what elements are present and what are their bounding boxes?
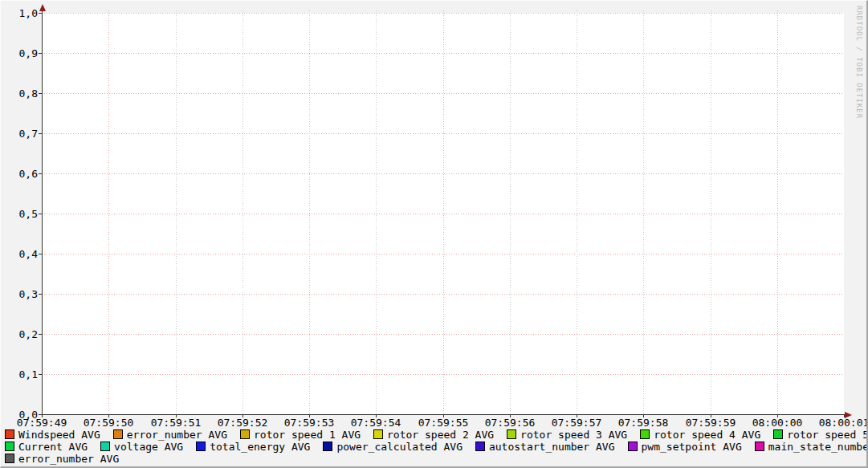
legend-item: Current AVG [5, 441, 88, 453]
legend-item: pwm_setpoint AVG [628, 441, 742, 453]
y-axis-label: 0,8 [1, 87, 38, 100]
legend-label: autostart_number AVG [489, 441, 615, 453]
legend-item: rotor speed 1 AVG [240, 429, 361, 441]
legend-item: main_state_number AVG [755, 441, 868, 453]
legend-label: rotor speed 1 AVG [254, 429, 361, 441]
x-gridline [376, 10, 377, 414]
x-axis-label: 07:59:57 [551, 417, 602, 429]
x-gridline [443, 10, 444, 414]
x-axis-label: 07:59:53 [283, 417, 335, 429]
legend-row: Current AVGvoltage AVGtotal_energy AVGpo… [5, 441, 868, 453]
legend-label: pwm_setpoint AVG [642, 441, 742, 453]
y-axis-line [42, 9, 43, 414]
legend-row: Windspeed AVGerror_number AVGrotor speed… [5, 429, 868, 441]
x-gridline [242, 10, 243, 414]
legend-label: Current AVG [18, 441, 88, 453]
x-axis-label: 07:59:58 [617, 417, 669, 429]
legend-item: total_energy AVG [196, 441, 310, 453]
x-axis-label: 08:00:01 [818, 417, 868, 429]
x-axis-label: 07:59:52 [217, 417, 268, 429]
watermark: RRDTOOL / TOBI OETIKER [855, 6, 863, 119]
legend-item: power_calculated AVG [323, 441, 463, 453]
y-axis-label: 1,0 [1, 7, 38, 19]
x-gridline [577, 10, 577, 414]
y-axis-label: 0,2 [1, 328, 38, 340]
legend-label: voltage AVG [114, 441, 183, 453]
legend-swatch [640, 429, 650, 439]
x-gridline [643, 10, 644, 414]
legend-item: rotor speed 2 AVG [373, 429, 494, 441]
x-axis-label: 07:59:51 [150, 417, 202, 429]
x-gridline [777, 10, 778, 414]
legend-item: autostart_number AVG [475, 441, 615, 453]
x-axis-label: 07:59:54 [350, 417, 401, 429]
legend-label: rotor speed 4 AVG [654, 429, 760, 441]
legend-item: error_number AVG [5, 453, 119, 465]
legend-item: rotor speed 5 AVG [773, 429, 868, 441]
legend-label: rotor speed 2 AVG [387, 429, 494, 441]
legend-swatch [5, 442, 14, 451]
legend-swatch [323, 442, 332, 451]
x-axis-label: 07:59:56 [484, 417, 536, 429]
legend-row: error_number AVG [5, 453, 868, 465]
legend-swatch [755, 442, 764, 451]
y-axis-label: 0,7 [1, 128, 38, 140]
legend-swatch [507, 429, 516, 439]
legend-swatch [475, 442, 485, 451]
x-gridline [510, 10, 511, 414]
y-axis-label: 0,1 [1, 368, 38, 381]
x-axis-label: 07:59:50 [83, 417, 134, 429]
legend-label: rotor speed 5 AVG [787, 429, 868, 441]
legend-item: voltage AVG [100, 441, 183, 453]
x-gridline [176, 10, 177, 414]
legend-swatch [196, 442, 206, 451]
legend-swatch [5, 454, 14, 463]
y-axis-label: 0,9 [1, 47, 38, 59]
x-axis-label: 07:59:49 [16, 417, 67, 429]
rrd-graph: 1,00,90,80,70,60,50,40,30,20,10,007:59:4… [0, 0, 868, 468]
x-axis-label: 07:59:59 [685, 417, 736, 429]
legend-label: total_energy AVG [210, 441, 310, 453]
x-gridline [711, 10, 711, 414]
legend-item: rotor speed 3 AVG [507, 429, 627, 441]
y-axis-label: 0,6 [1, 168, 38, 180]
legend-label: power_calculated AVG [336, 441, 463, 453]
x-gridline [108, 10, 109, 414]
legend-item: error_number AVG [113, 429, 227, 441]
legend-label: error_number AVG [18, 453, 119, 465]
x-gridline [309, 10, 310, 414]
x-axis-label: 07:59:55 [418, 417, 469, 429]
legend-label: rotor speed 3 AVG [520, 429, 627, 441]
x-axis-arrow-icon [845, 412, 852, 418]
y-axis-label: 0,3 [1, 288, 38, 300]
legend: Windspeed AVGerror_number AVGrotor speed… [5, 429, 868, 465]
legend-label: Windspeed AVG [18, 429, 100, 441]
legend-swatch [373, 429, 383, 439]
legend-item: Windspeed AVG [5, 429, 100, 441]
legend-item: rotor speed 4 AVG [640, 429, 760, 441]
x-axis-label: 08:00:00 [752, 417, 803, 429]
legend-swatch [100, 442, 110, 451]
legend-label: main_state_number AVG [768, 441, 868, 453]
legend-swatch [773, 429, 783, 439]
legend-swatch [5, 429, 14, 439]
legend-label: error_number AVG [127, 429, 227, 441]
y-axis-arrow-icon [39, 4, 46, 11]
legend-swatch [628, 442, 638, 451]
y-axis-label: 0,5 [1, 208, 38, 220]
x-axis-line [42, 414, 846, 415]
legend-swatch [113, 429, 123, 439]
legend-swatch [240, 429, 250, 439]
y-axis-label: 0,4 [1, 248, 38, 260]
